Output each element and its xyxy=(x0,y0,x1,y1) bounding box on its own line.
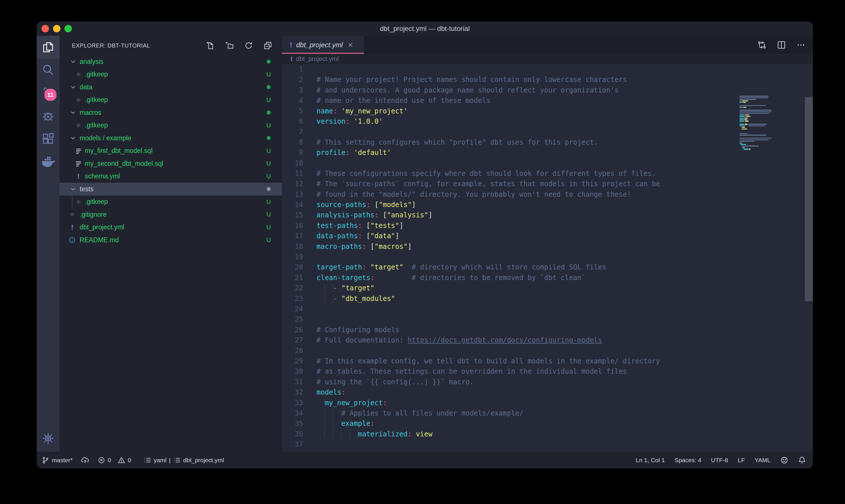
code-line-16[interactable]: 16test-paths: ["tests"] xyxy=(282,220,813,231)
code-line-10[interactable]: 10 xyxy=(282,158,813,168)
minimize-window-button[interactable] xyxy=(53,25,60,32)
feedback-smiley-icon[interactable] xyxy=(780,456,788,464)
code-line-28[interactable]: 28 xyxy=(282,346,813,356)
code-line-32[interactable]: 32models: xyxy=(282,387,813,397)
code-line-24[interactable]: 24 xyxy=(282,304,813,314)
code-line-20[interactable]: 20target-path: "target" # directory whic… xyxy=(282,262,813,272)
code-line-37[interactable]: 37 xyxy=(282,439,813,450)
branch-indicator[interactable]: master* xyxy=(42,456,72,464)
code-area[interactable]: 12# Name your project! Project names sho… xyxy=(282,64,813,452)
scrollbar-thumb[interactable] xyxy=(805,97,813,301)
code-line-30[interactable]: 30# as tables. These settings can be ove… xyxy=(282,366,813,377)
tree-file--gitkeep[interactable]: .gitkeepU xyxy=(59,119,282,132)
code-line-3[interactable]: 3# and underscores. A good package name … xyxy=(282,85,813,95)
code-line-4[interactable]: 4# name or the intended use of these mod… xyxy=(282,95,813,106)
code-line-14[interactable]: 14source-paths: ["models"] xyxy=(282,200,813,210)
tree-folder-tests[interactable]: tests xyxy=(59,183,282,196)
code-line-15[interactable]: 15analysis-paths: ["analysis"] xyxy=(282,210,813,220)
language-mode[interactable]: YAML xyxy=(754,457,771,464)
code-line-22[interactable]: 22 - "target" xyxy=(282,283,813,293)
minimap[interactable] xyxy=(740,94,803,151)
code-line-23[interactable]: 23 - "dbt_modules" xyxy=(282,293,813,304)
line-number: 12 xyxy=(282,179,303,189)
activity-search-icon[interactable] xyxy=(37,59,59,82)
code-line-13[interactable]: 13# found in the "models/" directory. Yo… xyxy=(282,189,813,200)
code-line-19[interactable]: 19 xyxy=(282,252,813,262)
tree-file-my-second-dbt-model-sql[interactable]: my_second_dbt_model.sqlU xyxy=(59,157,282,170)
tree-item-label: .gitkeep xyxy=(85,96,108,104)
code-line-8[interactable]: 8# This setting configures which "profil… xyxy=(282,137,813,147)
code-line-11[interactable]: 11# These configurations specify where d… xyxy=(282,168,813,179)
code-line-36[interactable]: 36 materialized: view xyxy=(282,429,813,439)
new-folder-icon[interactable] xyxy=(225,41,234,50)
sync-button[interactable] xyxy=(81,456,89,464)
breadcrumb-file[interactable]: dbt_project.yml xyxy=(296,55,339,63)
close-tab-icon[interactable]: × xyxy=(348,41,353,49)
title-bar[interactable]: dbt_project.yml — dbt-tutorial xyxy=(37,21,813,36)
chevron-down-icon[interactable] xyxy=(70,84,76,90)
tree-folder-analysis[interactable]: analysis xyxy=(59,55,282,68)
split-editor-icon[interactable] xyxy=(777,40,786,50)
code-line-7[interactable]: 7 xyxy=(282,127,813,137)
code-line-5[interactable]: 5name: 'my_new_project' xyxy=(282,106,813,116)
code-line-21[interactable]: 21clean-targets: # directories to be rem… xyxy=(282,273,813,283)
code-line-18[interactable]: 18macro-paths: ["macros"] xyxy=(282,241,813,252)
git-file-icon xyxy=(75,96,82,104)
code-line-27[interactable]: 27# Full documentation: https://docs.get… xyxy=(282,335,813,345)
tree-file-dbt-project-yml[interactable]: !dbt_project.ymlU xyxy=(59,221,282,234)
tree-file-readme-md[interactable]: README.mdU xyxy=(59,234,282,247)
tree-folder-macros[interactable]: macros xyxy=(59,106,282,119)
tree-file-schema-yml[interactable]: !schema.ymlU xyxy=(59,170,282,183)
encoding[interactable]: UTF-8 xyxy=(711,457,728,464)
code-line-26[interactable]: 26# Configuring models xyxy=(282,325,813,335)
tab-bar: ! dbt_project.yml × xyxy=(282,36,813,54)
collapse-all-icon[interactable] xyxy=(264,41,272,50)
indentation[interactable]: Spaces: 4 xyxy=(675,457,701,464)
activity-files-icon[interactable] xyxy=(37,36,59,59)
tree-folder-models-example[interactable]: models / example xyxy=(59,132,282,145)
activity-source-control-icon[interactable]: 11 xyxy=(37,82,59,105)
manage-gear-icon[interactable] xyxy=(37,425,59,452)
code-line-34[interactable]: 34 # Applies to all files under models/e… xyxy=(282,408,813,418)
tree-file--gitkeep[interactable]: .gitkeepU xyxy=(59,196,282,209)
code-line-25[interactable]: 25 xyxy=(282,314,813,324)
code-line-1[interactable]: 1 xyxy=(282,64,813,74)
chevron-down-icon[interactable] xyxy=(70,58,76,65)
new-file-icon[interactable] xyxy=(206,41,215,50)
tab-dbt-project-yml[interactable]: ! dbt_project.yml × xyxy=(282,36,364,54)
code-line-9[interactable]: 9profile: 'default' xyxy=(282,147,813,158)
code-line-33[interactable]: 33 my_new_project: xyxy=(282,398,813,408)
more-actions-icon[interactable] xyxy=(796,40,806,50)
code-line-12[interactable]: 12# The `source-paths` config, for examp… xyxy=(282,179,813,189)
zoom-window-button[interactable] xyxy=(65,25,72,32)
refresh-icon[interactable] xyxy=(244,41,253,50)
notifications-bell-icon[interactable] xyxy=(798,456,806,464)
eol[interactable]: LF xyxy=(738,457,745,464)
code-line-31[interactable]: 31# using the `{{ config(...) }}` macro. xyxy=(282,377,813,387)
tree-file--gitkeep[interactable]: .gitkeepU xyxy=(59,94,282,107)
open-changes-icon[interactable] xyxy=(757,40,767,50)
yaml-file-icon: ! xyxy=(69,223,76,231)
linter-status[interactable]: yaml | dbt_project.yml xyxy=(144,456,224,464)
problems-indicator[interactable]: 0 0 xyxy=(98,456,131,464)
tree-file--gitignore[interactable]: .gitignoreU xyxy=(59,208,282,221)
code-line-17[interactable]: 17data-paths: ["data"] xyxy=(282,231,813,241)
close-window-button[interactable] xyxy=(41,25,49,32)
code-line-6[interactable]: 6version: '1.0.0' xyxy=(282,116,813,127)
activity-debug-icon[interactable] xyxy=(37,105,59,127)
activity-extensions-icon[interactable] xyxy=(37,127,59,150)
code-line-35[interactable]: 35 example: xyxy=(282,418,813,429)
code-line-2[interactable]: 2# Name your project! Project names shou… xyxy=(282,74,813,85)
chevron-down-icon[interactable] xyxy=(70,186,76,192)
breadcrumb[interactable]: ! dbt_project.yml xyxy=(282,54,813,64)
chevron-down-icon[interactable] xyxy=(70,135,76,141)
code-line-29[interactable]: 29# In this example config, we tell dbt … xyxy=(282,356,813,366)
cursor-position[interactable]: Ln 1, Col 1 xyxy=(635,457,665,464)
tree-folder-data[interactable]: data xyxy=(59,81,282,94)
vscode-window: dbt_project.yml — dbt-tutorial 11 EXPLOR… xyxy=(37,21,813,468)
activity-docker-icon[interactable] xyxy=(37,150,59,173)
git-status-badge: U xyxy=(263,198,274,205)
tree-file--gitkeep[interactable]: .gitkeepU xyxy=(59,68,282,81)
chevron-down-icon[interactable] xyxy=(70,109,76,116)
tree-file-my-first-dbt-model-sql[interactable]: my_first_dbt_model.sqlU xyxy=(59,145,282,158)
